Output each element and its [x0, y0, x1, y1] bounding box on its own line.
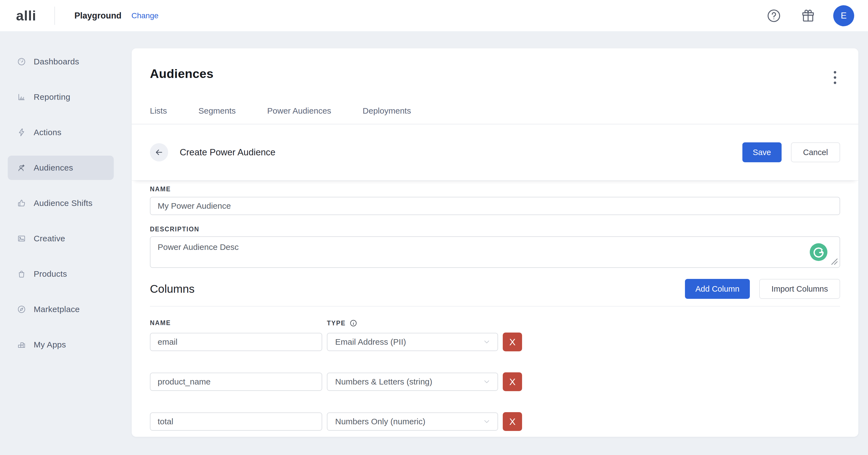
create-power-audience-header: Create Power Audience Save Cancel: [132, 124, 858, 180]
help-icon[interactable]: [766, 8, 781, 23]
sidebar-item-dashboards[interactable]: Dashboards: [8, 50, 114, 74]
sidebar-item-label: Products: [34, 269, 67, 279]
sidebar-item-label: Reporting: [34, 92, 70, 102]
tab-power-audiences[interactable]: Power Audiences: [267, 106, 331, 116]
sidebar-item-my-apps[interactable]: My Apps: [8, 333, 114, 357]
topbar-actions: E: [766, 5, 854, 26]
description-label: DESCRIPTION: [150, 226, 840, 233]
tab-deployments[interactable]: Deployments: [363, 106, 411, 116]
column-row: Email Address (PII) X: [150, 333, 840, 351]
select-value: Numbers & Letters (string): [335, 377, 483, 387]
column-name-input[interactable]: [150, 413, 322, 431]
sidebar-item-label: Dashboards: [34, 57, 79, 66]
kebab-menu-icon[interactable]: [830, 68, 840, 87]
gauge-icon: [17, 57, 26, 66]
delete-column-button[interactable]: X: [503, 412, 522, 431]
sidebar-item-label: Marketplace: [34, 305, 80, 314]
bar-chart-icon: [17, 93, 26, 102]
import-columns-button[interactable]: Import Columns: [759, 279, 840, 299]
chevron-down-icon: [483, 378, 491, 386]
columns-divider: [150, 306, 840, 307]
sidebar-item-products[interactable]: Products: [8, 262, 114, 286]
column-name-header: NAME: [150, 319, 322, 327]
page-title: Audiences: [150, 67, 213, 81]
sidebar-item-label: Audience Shifts: [34, 198, 92, 208]
grammarly-icon[interactable]: [810, 243, 828, 261]
shopping-bag-icon: [17, 269, 26, 278]
delete-column-button[interactable]: X: [503, 333, 522, 351]
main-panel: Audiences Lists Segments Power Audiences…: [132, 48, 858, 437]
column-type-select[interactable]: Email Address (PII): [327, 333, 498, 351]
lightning-icon: [17, 128, 26, 137]
tab-segments[interactable]: Segments: [198, 106, 236, 116]
sidebar-item-actions[interactable]: Actions: [8, 120, 114, 145]
change-workspace-link[interactable]: Change: [131, 11, 158, 20]
audience-name-input[interactable]: [150, 197, 840, 215]
chevron-down-icon: [483, 418, 491, 426]
app-logo: alli: [16, 8, 36, 24]
chevron-down-icon: [483, 338, 491, 346]
tab-lists[interactable]: Lists: [150, 106, 167, 116]
workspace-name: Playground: [74, 11, 122, 21]
top-bar: alli Playground Change E: [0, 0, 868, 31]
cancel-button[interactable]: Cancel: [791, 142, 840, 162]
columns-section-title: Columns: [150, 283, 195, 295]
save-button[interactable]: Save: [742, 142, 782, 162]
avatar[interactable]: E: [833, 5, 854, 26]
sidebar-item-creative[interactable]: Creative: [8, 226, 114, 251]
name-label: NAME: [150, 186, 840, 193]
sidebar-item-marketplace[interactable]: Marketplace: [8, 297, 114, 321]
column-row: Numbers & Letters (string) X: [150, 372, 840, 391]
sidebar-item-reporting[interactable]: Reporting: [8, 85, 114, 109]
sidebar-item-label: Actions: [34, 128, 61, 137]
column-row: Numbers Only (numeric) X: [150, 412, 840, 431]
column-type-select[interactable]: Numbers Only (numeric): [327, 413, 498, 431]
topbar-divider: [54, 7, 55, 25]
thumbs-up-icon: [17, 199, 26, 207]
image-icon: [17, 234, 26, 243]
audience-description-textarea[interactable]: Power Audience Desc: [150, 236, 840, 268]
arrow-left-icon: [154, 148, 164, 157]
sidebar-item-audiences[interactable]: Audiences: [8, 155, 114, 180]
subheader-title: Create Power Audience: [180, 147, 276, 158]
tab-bar: Lists Segments Power Audiences Deploymen…: [132, 106, 858, 124]
add-column-button[interactable]: Add Column: [685, 279, 750, 299]
column-type-header: TYPE: [327, 319, 346, 327]
column-name-input[interactable]: [150, 333, 322, 351]
delete-column-button[interactable]: X: [503, 372, 522, 391]
compass-icon: [17, 305, 26, 314]
column-name-input[interactable]: [150, 373, 322, 391]
gift-icon[interactable]: [801, 8, 815, 23]
column-type-select[interactable]: Numbers & Letters (string): [327, 373, 498, 391]
sidebar-item-label: My Apps: [34, 340, 66, 349]
sidebar: Dashboards Reporting Actions Audiences: [0, 31, 132, 455]
people-icon: [17, 163, 26, 172]
sidebar-item-label: Audiences: [34, 163, 73, 172]
sidebar-item-audience-shifts[interactable]: Audience Shifts: [8, 191, 114, 215]
select-value: Numbers Only (numeric): [335, 417, 483, 426]
info-icon[interactable]: [349, 319, 357, 327]
select-value: Email Address (PII): [335, 337, 483, 347]
resize-handle-icon[interactable]: [830, 257, 838, 265]
sidebar-item-label: Creative: [34, 234, 65, 243]
apps-icon: [17, 340, 26, 349]
back-button[interactable]: [150, 143, 168, 162]
